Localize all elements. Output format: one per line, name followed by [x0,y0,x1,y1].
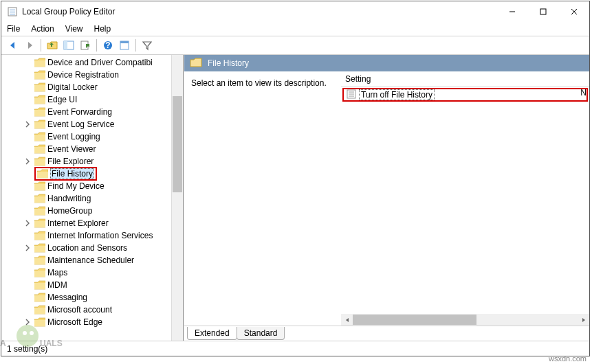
tree-node[interactable]: Maintenance Scheduler [34,254,171,266]
tree-node[interactable]: HomeGroup [34,205,171,217]
tree-node[interactable]: Microsoft account [34,304,171,316]
tree-node[interactable]: Handwriting [34,192,171,205]
folder-icon [34,293,45,302]
folder-icon [34,181,45,191]
policy-tree[interactable]: Device and Driver CompatibiDevice Regist… [1,55,171,341]
statusbar: 1 setting(s) [1,341,589,356]
tree-node-label: Messaging [47,293,87,302]
app-window: Local Group Policy Editor File Action Vi… [1,1,590,356]
settings-list[interactable]: Turn off File History N [341,87,589,314]
up-folder-button[interactable] [45,38,60,53]
folder-icon [34,194,45,203]
expand-icon[interactable] [23,318,32,326]
properties-button[interactable] [117,38,132,53]
expand-icon[interactable] [23,157,32,166]
tree-node-label: Microsoft Edge [47,317,102,327]
tree-node-label: Find My Device [47,181,105,191]
details-body: Select an item to view its description. … [184,71,589,326]
tree-node-label: Handwriting [47,194,91,203]
export-list-button[interactable] [78,38,93,53]
tree-node[interactable]: Device Registration [34,69,171,81]
tree-node[interactable]: Find My Device [34,180,171,192]
view-tabs: Extended Standard [184,326,589,341]
folder-icon [34,58,45,67]
tab-extended[interactable]: Extended [187,327,237,340]
menu-help[interactable]: Help [94,24,111,34]
expand-icon[interactable] [23,120,32,128]
content-area: Device and Driver CompatibiDevice Regist… [1,55,589,341]
toolbar-separator [135,39,136,52]
tree-node-label: Event Viewer [47,144,96,154]
scroll-left-button[interactable] [341,314,353,326]
tree-node-label: Device and Driver Compatibi [47,58,153,67]
close-button[interactable] [558,1,589,22]
folder-icon [34,317,45,327]
setting-state: N [580,88,586,98]
folder-icon [34,95,45,104]
column-header-setting[interactable]: Setting [341,71,589,87]
back-button[interactable] [6,38,21,53]
folder-icon [34,107,45,117]
toolbar-separator [96,39,97,52]
setting-name: Turn off File History [359,89,435,100]
tree-node-label: Internet Information Services [47,231,153,240]
svg-rect-1 [10,10,15,10]
show-hide-tree-button[interactable] [61,38,76,53]
tab-standard[interactable]: Standard [237,327,285,340]
tree-scrollbar[interactable] [171,55,183,341]
details-title: File History [208,58,249,68]
tree-node[interactable]: Event Viewer [34,143,171,155]
setting-row[interactable]: Turn off File History [342,88,588,102]
folder-icon [34,243,45,253]
svg-text:?: ? [105,41,110,50]
tree-node[interactable]: Messaging [34,291,171,304]
tree-node[interactable]: Microsoft Edge [34,316,171,328]
tree-node[interactable]: Edge UI [34,93,171,106]
filter-button[interactable] [140,38,155,53]
expand-icon[interactable] [23,219,32,227]
help-button[interactable]: ? [100,38,116,53]
menu-view[interactable]: View [65,24,83,34]
svg-rect-3 [10,14,15,14]
tree-node[interactable]: Digital Locker [34,81,171,93]
tree-node[interactable]: MDM [34,279,171,291]
tree-node-label: HomeGroup [47,206,92,216]
horizontal-scrollbar[interactable] [341,314,589,326]
maximize-button[interactable] [527,1,558,22]
folder-icon [34,157,45,166]
folder-icon [37,169,48,179]
expand-icon[interactable] [23,244,32,252]
tree-node[interactable]: Event Log Service [34,118,171,130]
titlebar: Local Group Policy Editor [1,1,589,22]
tree-node[interactable]: Event Logging [34,130,171,143]
scrollbar-thumb[interactable] [173,96,182,192]
description-panel: Select an item to view its description. [184,71,341,326]
menu-action[interactable]: Action [31,24,54,34]
watermark-text: wsxdn.com [549,354,586,363]
scrollbar-thumb[interactable] [353,315,476,325]
tree-node-label: File History [50,168,94,179]
tree-node[interactable]: File Explorer [34,155,171,168]
folder-icon [34,255,45,265]
scrollbar-track[interactable] [353,314,578,326]
window-buttons [496,1,589,22]
folder-icon [34,120,45,129]
menu-file[interactable]: File [7,24,20,34]
scroll-right-button[interactable] [578,314,589,326]
minimize-button[interactable] [496,1,527,22]
details-pane: File History Select an item to view its … [184,55,589,341]
forward-button[interactable] [22,38,37,53]
tree-node[interactable]: Internet Explorer [34,217,171,229]
folder-icon [34,268,45,277]
tree-node[interactable]: Device and Driver Compatibi [34,56,171,69]
folder-icon [34,206,45,216]
folder-icon [34,82,45,92]
tree-node-label: Event Log Service [47,120,114,129]
tree-node[interactable]: Internet Information Services [34,229,171,242]
tree-node[interactable]: Location and Sensors [34,242,171,254]
tree-node[interactable]: Event Forwarding [34,106,171,118]
tree-node[interactable]: File History [34,168,171,180]
tree-pane: Device and Driver CompatibiDevice Regist… [1,55,184,341]
tree-node[interactable]: Maps [34,266,171,279]
tree-node-label: File Explorer [47,157,94,166]
